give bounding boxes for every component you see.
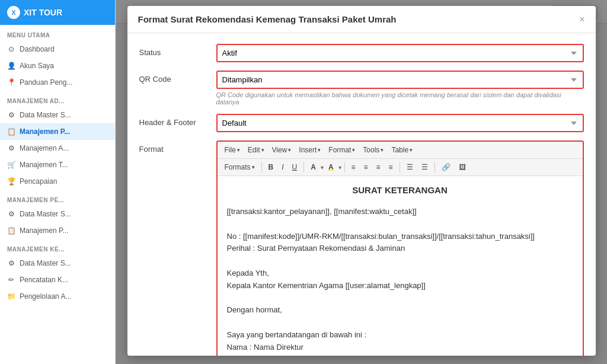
headerfooter-field: Default Custom bbox=[216, 114, 584, 132]
format-label: Format bbox=[139, 141, 216, 154]
logo-icon: X bbox=[7, 6, 20, 19]
unordered-list-button[interactable]: ☰ bbox=[418, 161, 432, 173]
separator5 bbox=[435, 162, 435, 173]
sidebar-item-label: Data Master S... bbox=[20, 210, 71, 218]
editor-line2: No : [[manifest:kode]]/UMR-RKM/[[transak… bbox=[227, 231, 573, 243]
image-button[interactable]: 🖼 bbox=[455, 161, 469, 173]
modal-close-button[interactable]: × bbox=[579, 15, 584, 24]
modal-title: Format Surat Rekomendasi Kemenag Transak… bbox=[138, 14, 397, 24]
guide-icon: 📍 bbox=[7, 78, 15, 87]
sidebar-item-label: Dashboard bbox=[20, 45, 55, 53]
settings-icon: ⚙ bbox=[7, 111, 15, 119]
editor-line1: [[transaksi:kantor_pelayanan]], [[manife… bbox=[227, 206, 573, 218]
align-left-button[interactable]: ≡ bbox=[348, 161, 359, 173]
editor-toolbar-top: File ▾ Edit ▾ View bbox=[218, 142, 583, 159]
underline-button[interactable]: U bbox=[289, 161, 301, 173]
edit-chevron: ▾ bbox=[261, 147, 264, 153]
menu-section-ke: MANAJEMEN KE... bbox=[0, 239, 115, 255]
editor-title: SURAT KETERANGAN bbox=[227, 183, 573, 197]
editor-line8: Nama : Nama Direktur bbox=[227, 341, 573, 354]
user-icon: 👤 bbox=[7, 62, 15, 70]
bold-button[interactable]: B bbox=[265, 161, 277, 173]
settings3-icon: ⚙ bbox=[7, 210, 15, 218]
modal-header: Format Surat Rekomendasi Kemenag Transak… bbox=[127, 6, 596, 33]
pencil-icon: ✏ bbox=[7, 276, 15, 284]
sidebar-item-datamaster2[interactable]: ⚙ Data Master S... bbox=[0, 206, 115, 222]
formats-dropdown[interactable]: Formats ▾ bbox=[221, 161, 258, 173]
status-row: Status Aktif Nonaktif bbox=[139, 44, 584, 62]
sidebar-item-manajemen-a[interactable]: ⚙ Manajemen A... bbox=[0, 140, 115, 157]
tools-menu[interactable]: Tools ▾ bbox=[359, 144, 387, 156]
sidebar-item-pengelolaan[interactable]: 📁 Pengelolaan A... bbox=[0, 288, 115, 305]
list-icon: 📋 bbox=[7, 127, 15, 136]
sidebar-item-pencapaian[interactable]: 🏆 Pencapaian bbox=[0, 173, 115, 190]
status-label: Status bbox=[139, 44, 216, 57]
file-menu[interactable]: File ▾ bbox=[221, 144, 244, 156]
editor-content-area[interactable]: SURAT KETERANGAN [[transaksi:kantor_pela… bbox=[218, 176, 583, 356]
dashboard-icon: ⊙ bbox=[7, 45, 15, 53]
editor-wrapper: File ▾ Edit ▾ View bbox=[216, 141, 584, 356]
menu-section-ad: MANAJEMEN AD... bbox=[0, 91, 115, 107]
sidebar-item-dashboard[interactable]: ⊙ Dashboard bbox=[0, 41, 115, 58]
align-right-button[interactable]: ≡ bbox=[373, 161, 384, 173]
editor-line7: Saya yang bertandatangan di bawah ini : bbox=[227, 329, 573, 341]
settings2-icon: ⚙ bbox=[7, 144, 15, 152]
italic-button[interactable]: I bbox=[278, 161, 287, 173]
editor-toolbar-bottom: Formats ▾ B I U A bbox=[218, 159, 583, 176]
sidebar-item-label: Manajemen T... bbox=[20, 161, 68, 169]
trophy-icon: 🏆 bbox=[7, 177, 15, 186]
view-menu[interactable]: View ▾ bbox=[269, 144, 295, 156]
sidebar-item-manajemen-p2[interactable]: 📋 Manajemen P... bbox=[0, 222, 115, 239]
insert-menu[interactable]: Insert ▾ bbox=[295, 144, 324, 156]
link-button[interactable]: 🔗 bbox=[438, 161, 454, 173]
sidebar-item-label: Data Master S... bbox=[20, 259, 71, 267]
editor-line9: Jabatan : Direktur Utama bbox=[227, 354, 573, 356]
file-chevron: ▾ bbox=[237, 147, 240, 153]
sidebar-item-akun[interactable]: 👤 Akun Saya bbox=[0, 58, 115, 74]
menu-section-pe: MANAJEMEN PE... bbox=[0, 190, 115, 206]
qrcode-field: Ditampilkan Disembunyikan QR Code diguna… bbox=[216, 71, 584, 106]
sidebar-item-datamaster1[interactable]: ⚙ Data Master S... bbox=[0, 107, 115, 123]
align-justify-button[interactable]: ≡ bbox=[385, 161, 397, 173]
format-chevron: ▾ bbox=[352, 147, 355, 153]
sidebar-item-label: Pengelolaan A... bbox=[20, 292, 71, 301]
qrcode-select[interactable]: Ditampilkan Disembunyikan bbox=[216, 71, 584, 89]
qrcode-row: QR Code Ditampilkan Disembunyikan QR Cod… bbox=[139, 71, 584, 106]
status-field: Aktif Nonaktif bbox=[216, 44, 584, 62]
headerfooter-select[interactable]: Default Custom bbox=[216, 114, 584, 132]
edit-menu[interactable]: Edit ▾ bbox=[244, 144, 268, 156]
sidebar-item-manajemen-t[interactable]: 🛒 Manajemen T... bbox=[0, 157, 115, 173]
file-menu-group: File ▾ Edit ▾ View bbox=[221, 144, 417, 156]
sidebar-item-manajemen-p[interactable]: 📋 Manajemen P... bbox=[0, 123, 115, 140]
modal-overlay: Format Surat Rekomendasi Kemenag Transak… bbox=[116, 0, 607, 364]
table-menu[interactable]: Table ▾ bbox=[388, 144, 416, 156]
insert-chevron: ▾ bbox=[318, 147, 321, 153]
modal-body: Status Aktif Nonaktif QR Code bbox=[127, 33, 596, 356]
format-row: Format File ▾ bbox=[139, 141, 584, 356]
menu-section-utama: MENU UTAMA bbox=[0, 25, 115, 41]
separator1 bbox=[261, 162, 262, 173]
modal-dialog: Format Surat Rekomendasi Kemenag Transak… bbox=[127, 6, 596, 356]
sidebar-item-label: Manajemen P... bbox=[20, 127, 70, 136]
font-color-button[interactable]: A bbox=[307, 161, 320, 173]
sidebar-item-panduan[interactable]: 📍 Panduan Peng... bbox=[0, 74, 115, 91]
sidebar-item-label: Manajemen A... bbox=[20, 144, 69, 152]
sidebar-item-label: Data Master S... bbox=[20, 111, 71, 119]
format-field: File ▾ Edit ▾ View bbox=[216, 141, 584, 356]
status-select[interactable]: Aktif Nonaktif bbox=[216, 44, 584, 62]
separator2 bbox=[304, 162, 304, 173]
view-chevron: ▾ bbox=[288, 147, 291, 153]
font-highlight-button[interactable]: A bbox=[325, 161, 337, 173]
folder-icon: 📁 bbox=[7, 292, 15, 301]
format-menu[interactable]: Format ▾ bbox=[325, 144, 359, 156]
main-area: Indonesia ▾ Opsi ✏✏✏✏✏✏✏✏✏✏✏✏✏✏ Format S… bbox=[116, 0, 607, 364]
sidebar: X XIT TOUR MENU UTAMA ⊙ Dashboard 👤 Akun… bbox=[0, 0, 116, 364]
sidebar-item-datamaster3[interactable]: ⚙ Data Master S... bbox=[0, 255, 115, 272]
tools-chevron: ▾ bbox=[381, 147, 384, 153]
app-name: XIT TOUR bbox=[24, 8, 62, 17]
sidebar-item-label: Manajemen P... bbox=[20, 226, 69, 235]
qrcode-hint: QR Code digunakan untuk memastikan bahwa… bbox=[216, 91, 584, 106]
align-center-button[interactable]: ≡ bbox=[360, 161, 372, 173]
ordered-list-button[interactable]: ☰ bbox=[403, 161, 417, 173]
sidebar-item-pencatatan[interactable]: ✏ Pencatatan K... bbox=[0, 272, 115, 288]
